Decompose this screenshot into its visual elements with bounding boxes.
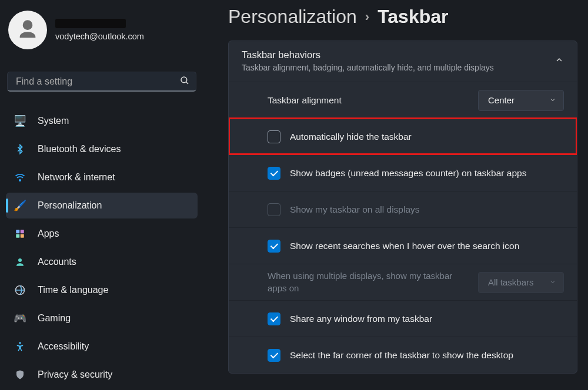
sidebar-item-label: Apps	[38, 228, 59, 239]
search-box[interactable]	[7, 72, 196, 92]
sidebar-item-gaming[interactable]: 🎮 Gaming	[6, 305, 198, 331]
avatar	[8, 11, 47, 49]
multi-display-label: When using multiple displays, show my ta…	[268, 270, 478, 294]
sidebar-item-label: Bluetooth & devices	[38, 144, 121, 154]
row-show-badges[interactable]: Show badges (unread messages counter) on…	[229, 154, 577, 191]
card-title: Taskbar behaviors	[242, 49, 494, 60]
shield-icon	[13, 368, 27, 382]
clock-globe-icon	[13, 283, 27, 297]
chevron-down-icon	[549, 277, 556, 287]
row-share-window[interactable]: Share any window from my taskbar	[229, 300, 577, 337]
system-icon: 🖥️	[13, 114, 27, 128]
search-icon	[179, 75, 190, 88]
option-label: Automatically hide the taskbar	[290, 132, 412, 142]
dropdown-value: Center	[488, 95, 514, 105]
alignment-label: Taskbar alignment	[268, 95, 342, 106]
chevron-down-icon	[549, 95, 556, 105]
apps-icon	[13, 227, 27, 241]
alignment-dropdown[interactable]: Center	[478, 90, 564, 111]
sidebar-item-label: Accounts	[38, 257, 76, 267]
option-label: Show badges (unread messages counter) on…	[290, 168, 526, 179]
svg-line-1	[186, 82, 188, 84]
sidebar-item-label: Accessibility	[38, 341, 89, 352]
sidebar-item-label: Network & internet	[38, 172, 115, 183]
option-label: Show my taskbar on all displays	[290, 204, 420, 215]
svg-rect-3	[16, 230, 19, 233]
row-taskbar-alignment: Taskbar alignment Center	[229, 82, 577, 118]
sidebar-item-label: Personalization	[38, 200, 102, 211]
sidebar-item-personalization[interactable]: 🖌️ Personalization	[6, 193, 198, 218]
user-block[interactable]: vodytech@outlook.com	[5, 8, 199, 55]
gamepad-icon: 🎮	[13, 311, 27, 325]
sidebar-item-label: System	[38, 116, 69, 126]
breadcrumb: Personalization › Taskbar	[228, 6, 577, 28]
svg-rect-4	[21, 230, 24, 233]
card-header[interactable]: Taskbar behaviors Taskbar alignment, bad…	[229, 41, 577, 82]
row-recent-searches[interactable]: Show recent searches when I hover over t…	[229, 227, 577, 264]
accounts-icon	[13, 255, 27, 269]
sidebar-item-accounts[interactable]: Accounts	[6, 249, 198, 275]
paintbrush-icon: 🖌️	[13, 199, 27, 213]
sidebar-item-apps[interactable]: Apps	[6, 221, 198, 247]
taskbar-behaviors-card: Taskbar behaviors Taskbar alignment, bad…	[228, 41, 577, 374]
chevron-up-icon[interactable]	[554, 55, 564, 67]
sidebar-item-label: Gaming	[38, 313, 71, 324]
sidebar-item-bluetooth[interactable]: Bluetooth & devices	[6, 136, 198, 162]
checkbox-auto-hide[interactable]	[268, 130, 280, 143]
checkbox-share-window[interactable]	[268, 312, 280, 325]
option-label: Share any window from my taskbar	[290, 314, 432, 324]
sidebar-item-system[interactable]: 🖥️ System	[6, 108, 198, 134]
sidebar-item-time-language[interactable]: Time & language	[6, 277, 198, 303]
card-subtitle: Taskbar alignment, badging, automaticall…	[242, 63, 494, 72]
svg-point-9	[19, 342, 21, 344]
svg-point-7	[18, 258, 22, 262]
main-content: Personalization › Taskbar Taskbar behavi…	[203, 0, 588, 390]
checkbox-show-badges[interactable]	[268, 167, 280, 180]
checkbox-recent-searches[interactable]	[268, 240, 280, 253]
row-multi-display-apps: When using multiple displays, show my ta…	[229, 264, 577, 300]
sidebar-item-privacy[interactable]: Privacy & security	[6, 362, 198, 388]
breadcrumb-current: Taskbar	[377, 6, 448, 28]
accessibility-icon	[13, 339, 27, 354]
option-label: Select the far corner of the taskbar to …	[290, 350, 513, 361]
dropdown-value: All taskbars	[488, 277, 534, 287]
checkbox-far-corner[interactable]	[268, 349, 280, 362]
svg-rect-5	[16, 234, 19, 238]
sidebar-item-label: Privacy & security	[38, 369, 112, 380]
sidebar: vodytech@outlook.com 🖥️ System Bluetooth…	[0, 0, 203, 390]
option-label: Show recent searches when I hover over t…	[290, 241, 519, 251]
checkbox-all-displays	[268, 203, 280, 216]
multi-display-dropdown: All taskbars	[478, 272, 564, 293]
row-far-corner-desktop[interactable]: Select the far corner of the taskbar to …	[229, 337, 577, 373]
chevron-right-icon: ›	[365, 9, 369, 25]
row-auto-hide-taskbar[interactable]: Automatically hide the taskbar	[229, 118, 577, 154]
sidebar-item-network[interactable]: Network & internet	[6, 164, 198, 190]
sidebar-item-accessibility[interactable]: Accessibility	[6, 334, 198, 359]
nav-list: 🖥️ System Bluetooth & devices Network & …	[5, 106, 199, 390]
row-show-taskbar-all-displays: Show my taskbar on all displays	[229, 191, 577, 227]
search-input[interactable]	[16, 76, 179, 87]
sidebar-item-label: Time & language	[38, 285, 108, 295]
wifi-icon	[13, 170, 27, 184]
svg-rect-6	[21, 234, 24, 238]
bluetooth-icon	[13, 142, 27, 156]
svg-point-2	[19, 180, 21, 181]
breadcrumb-parent[interactable]: Personalization	[228, 6, 357, 28]
user-name-redacted	[55, 19, 126, 28]
user-email: vodytech@outlook.com	[55, 32, 144, 41]
